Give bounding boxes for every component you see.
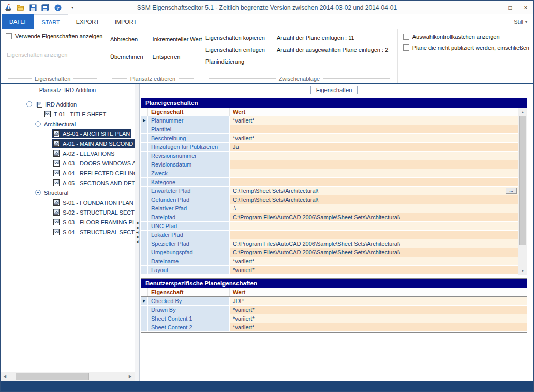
property-value[interactable] (230, 160, 518, 169)
property-name[interactable]: Spezieller Pfad (148, 239, 230, 248)
tab-datei[interactable]: DATEI (2, 14, 34, 29)
property-value[interactable]: *variiert* (230, 116, 518, 125)
row-gutter[interactable] (141, 306, 148, 314)
property-row[interactable]: Layout*variiert* (141, 266, 518, 275)
property-value[interactable]: *variiert* (230, 134, 518, 143)
row-gutter[interactable] (141, 152, 148, 160)
checkbox-icon[interactable] (403, 34, 409, 40)
property-value[interactable]: *variiert* (230, 257, 518, 266)
property-row[interactable]: Beschreibung*variiert* (141, 134, 518, 143)
property-value[interactable]: JDP (230, 297, 527, 306)
anzahl-ausgewaehlte-plaene-button[interactable]: Anzahl der ausgewählten Pläne einfügen :… (277, 47, 388, 53)
tree-item[interactable]: Architectural (1, 119, 135, 129)
row-gutter[interactable] (141, 239, 148, 248)
property-value[interactable]: *variiert* (230, 314, 527, 323)
row-gutter[interactable] (141, 134, 148, 143)
eigenschaften-einfuegen-button[interactable]: Eigenschaften einfügen (205, 47, 273, 53)
tree-expander-icon[interactable] (35, 121, 41, 127)
column-header-eigenschaft[interactable]: Eigenschaft (148, 108, 230, 116)
tree-item[interactable]: A-01 - MAIN AND SECOND FL (1, 139, 135, 148)
property-row[interactable]: Plantitel (141, 125, 518, 134)
tree-expander-icon[interactable] (26, 101, 32, 107)
property-name[interactable]: Sheet Content 1 (148, 314, 230, 323)
tab-import[interactable]: IMPORT (107, 14, 145, 29)
tree-expander-icon[interactable] (35, 190, 41, 195)
property-row[interactable]: UNC-Pfad (141, 222, 518, 231)
property-name[interactable]: Gefunden Pfad (148, 195, 230, 204)
vscrollbar-thumb[interactable] (519, 116, 526, 245)
tree-item[interactable]: S-01 - FOUNDATION PLAN (1, 198, 135, 207)
property-row[interactable]: Hinzufügen für PublizierenJa (141, 143, 518, 152)
property-row[interactable]: ▶Plannummer*variiert* (141, 116, 518, 125)
property-value[interactable] (230, 222, 518, 231)
tree-item[interactable]: S-04 - STRUCTURAL SECTIO (1, 227, 135, 237)
tree-hscrollbar[interactable]: ◀ ▶ (1, 372, 135, 381)
save-icon[interactable] (28, 4, 37, 12)
property-name[interactable]: Relativer Pfad (148, 204, 230, 213)
vscrollbar-track[interactable] (518, 116, 527, 266)
tree-item[interactable]: S-03 - FLOOR FRAMING PLAN (1, 217, 135, 227)
help-icon[interactable]: ? (53, 4, 62, 12)
property-name[interactable]: Beschreibung (148, 134, 230, 143)
row-gutter[interactable] (141, 266, 148, 275)
property-name[interactable]: Umgebungspfad (148, 248, 230, 257)
tree-item[interactable]: A-05 - SECTIONS AND DETAIL (1, 178, 135, 188)
row-gutter[interactable] (141, 213, 148, 222)
property-value[interactable]: C:\Temp\Sheet Sets\Architectural\... (230, 187, 518, 195)
property-name[interactable]: Kategorie (148, 178, 230, 187)
anzahl-plaene-einfuegen-button[interactable]: Anzahl der Pläne einfügen : 11 (277, 35, 388, 41)
property-row[interactable]: DateipfadC:\Program Files\AutoCAD 2006\S… (141, 213, 518, 222)
hscrollbar-thumb[interactable] (16, 373, 89, 380)
property-name[interactable]: Lokaler Pfad (148, 231, 230, 239)
row-gutter[interactable] (141, 248, 148, 257)
panel-splitter[interactable]: ◀ ◀ ◀ ◀ ◀ (135, 84, 140, 381)
column-header-eigenschaft[interactable]: Eigenschaft (148, 288, 230, 296)
property-name[interactable]: Checked By (148, 297, 230, 306)
property-name[interactable]: Hinzufügen für Publizieren (148, 143, 230, 152)
hscrollbar-track[interactable] (9, 372, 126, 381)
checkbox-auswahlkontrollkaestchen[interactable]: Auswahlkontrollkästchen anzeigen (403, 34, 529, 40)
entsperren-button[interactable]: Entsperren (153, 54, 202, 60)
tree-item[interactable]: AS-01 - ARCH SITE PLAN (1, 129, 135, 139)
plan-table-vscrollbar[interactable]: ▲ ▼ (518, 108, 527, 275)
row-gutter[interactable] (141, 125, 148, 134)
eigenschaften-kopieren-button[interactable]: Eigenschaften kopieren (205, 35, 273, 41)
property-value[interactable]: C:\Program Files\AutoCAD 2006\Sample\She… (230, 248, 518, 257)
property-row[interactable]: Relativer Pfad.\ (141, 204, 518, 213)
property-row[interactable]: Erwarteter PfadC:\Temp\Sheet Sets\Archit… (141, 187, 518, 195)
checkbox-icon[interactable] (403, 44, 409, 51)
row-gutter[interactable] (141, 160, 148, 169)
property-name[interactable]: Erwarteter Pfad (148, 187, 230, 195)
style-selector[interactable]: Still ▾ (514, 14, 533, 29)
scroll-down-icon[interactable]: ▼ (518, 266, 527, 275)
property-name[interactable]: Revisionsnummer (148, 152, 230, 160)
checkbox-verwende-eigenschaften[interactable]: Verwende Eigenschaften anzeigen (6, 33, 100, 39)
property-name[interactable]: Dateiname (148, 257, 230, 266)
column-header-wert[interactable]: Wert (230, 288, 527, 296)
row-gutter[interactable] (141, 178, 148, 187)
current-row-indicator[interactable]: ▶ (141, 116, 148, 125)
tree-item[interactable]: A-02 - ELEVATIONS (1, 148, 135, 158)
property-value[interactable]: *variiert* (230, 266, 518, 275)
tree-item[interactable]: A-04 - REFLECTED CEILING F (1, 168, 135, 178)
minimize-button[interactable]: — (487, 1, 502, 14)
row-gutter[interactable] (141, 231, 148, 239)
tab-export[interactable]: EXPORT (68, 14, 107, 29)
property-name[interactable]: Sheet Content 2 (148, 323, 230, 332)
checkbox-icon[interactable] (6, 33, 12, 39)
save-all-icon[interactable] (41, 4, 50, 12)
property-value[interactable] (230, 231, 518, 239)
row-gutter[interactable] (141, 187, 148, 195)
property-name[interactable]: Plannummer (148, 116, 230, 125)
property-row[interactable]: Spezieller PfadC:\Program Files\AutoCAD … (141, 239, 518, 248)
property-row[interactable]: Sheet Content 1*variiert* (141, 314, 527, 323)
property-name[interactable]: Layout (148, 266, 230, 275)
tree-item[interactable]: S-02 - STRUCTURAL SECTIO (1, 207, 135, 217)
row-gutter[interactable] (141, 314, 148, 323)
close-button[interactable]: × (518, 1, 533, 14)
property-row[interactable]: Revisionsdatum (141, 160, 518, 169)
property-value[interactable]: Ja (230, 143, 518, 152)
property-value[interactable] (230, 169, 518, 178)
scroll-left-icon[interactable]: ◀ (1, 372, 9, 381)
planindizierung-button[interactable]: Planindizierung (205, 58, 273, 65)
